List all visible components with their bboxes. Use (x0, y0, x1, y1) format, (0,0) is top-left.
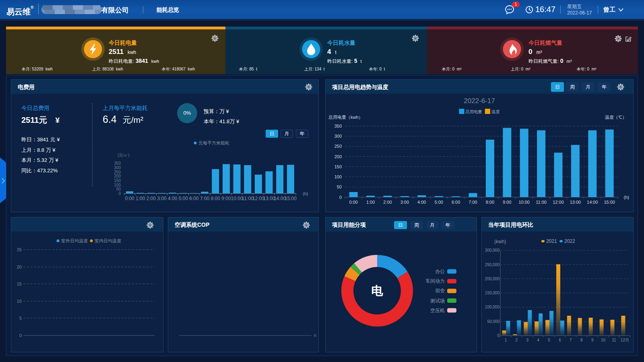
svg-text:2022: 2022 (564, 238, 575, 244)
svg-text:200,000: 200,000 (485, 277, 500, 281)
svg-text:15:00: 15:00 (285, 196, 297, 201)
svg-text:20: 20 (17, 265, 22, 269)
svg-text:5: 5 (19, 316, 22, 321)
svg-text:4:00: 4:00 (168, 196, 178, 201)
svg-text:10: 10 (601, 338, 606, 342)
svg-text:12:00: 12:00 (553, 200, 564, 205)
svg-text:15:00: 15:00 (604, 200, 615, 205)
svg-text:0: 0 (19, 333, 22, 338)
svg-text:10: 10 (17, 299, 22, 304)
svg-text:6:00: 6:00 (189, 196, 199, 201)
svg-text:10:00: 10:00 (231, 196, 243, 201)
svg-text:50: 50 (116, 187, 121, 191)
svg-text:2:00: 2:00 (147, 196, 156, 201)
svg-text:2:00: 2:00 (383, 200, 392, 205)
svg-text:50: 50 (337, 184, 342, 189)
svg-text:0:00: 0:00 (349, 200, 357, 205)
svg-text:空压机: 空压机 (430, 308, 445, 313)
svg-text:(kwh): (kwh) (494, 239, 506, 244)
svg-text:150: 150 (114, 178, 121, 183)
svg-text:100: 100 (334, 174, 342, 179)
svg-text:11: 11 (612, 338, 616, 342)
svg-text:3:00: 3:00 (157, 196, 167, 201)
svg-text:0: 0 (118, 191, 121, 196)
svg-text:100,000: 100,000 (485, 305, 500, 309)
svg-text:50,000: 50,000 (487, 319, 500, 324)
svg-text:250,000: 250,000 (485, 263, 500, 267)
svg-text:350: 350 (114, 161, 121, 165)
svg-text:8:00: 8:00 (486, 200, 494, 205)
svg-text:300: 300 (114, 165, 121, 170)
svg-text:6: 6 (559, 338, 561, 342)
svg-text:1: 1 (505, 338, 507, 342)
svg-text:2022-6-17: 2022-6-17 (464, 97, 495, 105)
svg-text:总用电量（kwh）: 总用电量（kwh） (328, 115, 363, 120)
svg-text:4: 4 (537, 338, 539, 342)
svg-text:11:00: 11:00 (242, 196, 254, 201)
svg-text:300: 300 (334, 134, 342, 139)
svg-text:350: 350 (334, 124, 342, 128)
svg-text:温度: 温度 (491, 109, 500, 114)
svg-text:(h): (h) (624, 195, 629, 200)
svg-text:12月: 12月 (621, 338, 629, 342)
svg-text:3: 3 (526, 338, 529, 342)
svg-text:250: 250 (334, 144, 342, 149)
svg-text:15: 15 (17, 281, 22, 286)
svg-text:(元/㎡): (元/㎡) (118, 153, 129, 157)
svg-text:5:00: 5:00 (179, 196, 188, 201)
svg-text:250: 250 (114, 170, 121, 174)
svg-text:200: 200 (114, 174, 121, 178)
svg-text:300,000: 300,000 (485, 248, 500, 252)
svg-text:0:00: 0:00 (125, 196, 134, 201)
svg-text:100: 100 (114, 183, 121, 187)
svg-text:0: 0 (339, 195, 342, 200)
svg-text:元每平方米能耗: 元每平方米能耗 (198, 141, 229, 145)
svg-text:14:00: 14:00 (587, 200, 598, 205)
svg-text:9: 9 (591, 338, 594, 342)
svg-text:电: 电 (372, 284, 384, 297)
svg-text:4:00: 4:00 (417, 200, 426, 205)
svg-text:6:00: 6:00 (452, 200, 460, 205)
svg-text:200: 200 (334, 154, 342, 159)
svg-text:8: 8 (580, 338, 583, 342)
svg-text:宿舍: 宿舍 (435, 288, 445, 294)
svg-text:7:00: 7:00 (200, 196, 210, 201)
svg-text:3:00: 3:00 (400, 200, 409, 205)
svg-text:0: 0 (497, 333, 500, 338)
svg-text:2: 2 (516, 338, 518, 342)
svg-text:测试场: 测试场 (430, 298, 445, 304)
svg-text:9:00: 9:00 (221, 196, 231, 201)
svg-text:室外日均温度: 室外日均温度 (61, 238, 88, 243)
svg-text:13:00: 13:00 (570, 200, 581, 205)
svg-text:25: 25 (17, 247, 22, 252)
svg-text:1:00: 1:00 (366, 200, 375, 205)
svg-text:9:00: 9:00 (503, 200, 511, 205)
svg-text:室内日均温度: 室内日均温度 (95, 238, 121, 243)
svg-text:总用电量: 总用电量 (465, 109, 482, 114)
svg-text:10:00: 10:00 (518, 200, 530, 205)
svg-text:2021: 2021 (546, 238, 557, 244)
svg-text:7:00: 7:00 (469, 200, 477, 205)
svg-text:7: 7 (570, 338, 572, 342)
svg-text:(h): (h) (303, 191, 308, 196)
svg-text:h: h (314, 333, 316, 338)
svg-text:150: 150 (334, 164, 342, 169)
svg-text:车间动力: 车间动力 (425, 278, 445, 284)
svg-text:5:00: 5:00 (434, 200, 443, 205)
svg-text:5: 5 (548, 338, 550, 342)
svg-text:1:00: 1:00 (136, 196, 145, 201)
svg-text:8:00: 8:00 (211, 196, 221, 201)
svg-text:11:00: 11:00 (536, 200, 547, 205)
svg-text:150,000: 150,000 (485, 291, 500, 295)
svg-text:温度（℃）: 温度（℃） (605, 115, 627, 120)
svg-text:办公: 办公 (435, 269, 445, 274)
